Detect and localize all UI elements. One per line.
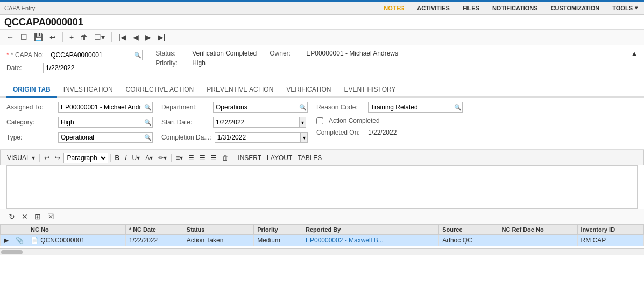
category-search-icon[interactable]: 🔍 <box>144 119 152 126</box>
status-section: Status: Verification Completed Priority:… <box>155 50 257 69</box>
layout-btn[interactable]: LAYOUT <box>265 153 294 163</box>
capa-no-search-icon[interactable]: 🔍 <box>134 52 141 59</box>
horizontal-scrollbar[interactable] <box>0 248 644 255</box>
assigned-to-input[interactable] <box>58 102 153 113</box>
back-button[interactable]: ← <box>4 32 16 43</box>
col-nc-no[interactable]: NC No <box>27 225 126 235</box>
expand-btn[interactable]: ⊞ <box>32 211 43 222</box>
department-search-icon[interactable]: 🔍 <box>299 104 307 111</box>
reason-code-search-icon[interactable]: 🔍 <box>454 104 462 111</box>
list-unordered-btn[interactable]: ☰ <box>186 153 196 163</box>
bold-btn[interactable]: B <box>113 153 122 163</box>
reason-code-wrap: 🔍 <box>368 102 463 113</box>
tab-preventive[interactable]: PREVENTIVE ACTION <box>200 82 280 98</box>
nc-table: NC No * NC Date Status Priority Reported… <box>0 224 644 246</box>
visual-toggle[interactable]: VISUAL ▾ <box>5 153 37 163</box>
col-nc-ref-doc[interactable]: NC Ref Doc No <box>498 225 577 235</box>
redo-editor-btn[interactable]: ↪ <box>53 153 62 163</box>
completion-date-label: Completion Da...: <box>161 134 211 141</box>
first-record-button[interactable]: |◀ <box>116 32 129 43</box>
assigned-to-label: Assigned To: <box>6 103 55 111</box>
nc-no-cell: 📄 QCNC0000001 <box>27 235 126 246</box>
department-input[interactable] <box>213 102 308 113</box>
col-priority[interactable]: Priority <box>254 225 302 235</box>
start-date-picker[interactable]: ▾ <box>299 117 306 128</box>
copy-button[interactable]: ☐▾ <box>92 32 107 43</box>
paragraph-select[interactable]: Paragraph <box>63 153 108 163</box>
editor-content[interactable] <box>6 165 638 209</box>
row-arrow-cell[interactable]: ▶ <box>1 235 12 246</box>
undo-button[interactable]: ↩ <box>47 32 58 43</box>
scroll-up-indicator[interactable]: ▲ <box>631 50 638 57</box>
save-button[interactable]: 💾 <box>32 32 45 43</box>
tab-verification[interactable]: VERIFICATION <box>280 82 337 98</box>
insert-btn[interactable]: INSERT <box>236 153 264 163</box>
col-status[interactable]: Status <box>183 225 253 235</box>
type-input[interactable] <box>58 132 153 143</box>
capa-no-input[interactable] <box>48 50 143 60</box>
left-fields: Assigned To: 🔍 Category: 🔍 Type: <box>6 102 153 145</box>
delete-button[interactable]: 🗑 <box>78 32 90 43</box>
table-header-row: NC No * NC Date Status Priority Reported… <box>1 225 644 235</box>
prev-record-button[interactable]: ◀ <box>131 32 141 43</box>
notes-nav[interactable]: NOTES <box>381 4 406 12</box>
add-button[interactable]: + <box>67 32 76 43</box>
tables-btn[interactable]: TABLES <box>295 153 324 163</box>
customization-nav[interactable]: CUSTOMIZATION <box>549 4 602 12</box>
undo-editor-btn[interactable]: ↩ <box>42 153 52 163</box>
last-record-button[interactable]: ▶| <box>155 32 168 43</box>
col-attach <box>12 225 27 235</box>
date-input[interactable] <box>43 63 129 73</box>
tab-corrective[interactable]: CORRECTIVE ACTION <box>119 82 201 98</box>
list-ordered-btn[interactable]: ☰ <box>197 153 208 163</box>
capa-no-field-wrap: 🔍 <box>48 50 143 60</box>
category-input[interactable] <box>58 117 153 128</box>
align-justify-btn[interactable]: ≡▾ <box>174 153 185 163</box>
files-nav[interactable]: FILES <box>461 4 482 12</box>
tools-nav[interactable]: TOOLS ▾ <box>610 4 640 12</box>
start-date-input[interactable] <box>213 117 299 128</box>
activities-nav[interactable]: ACTIVITIES <box>415 4 452 12</box>
row-expand-icon[interactable]: ▶ <box>4 237 9 244</box>
reason-code-group: Reason Code: 🔍 <box>316 102 467 113</box>
scrollbar-thumb[interactable] <box>1 250 23 254</box>
department-label: Department: <box>161 103 210 111</box>
attachment-icon: 📎 <box>16 237 24 244</box>
status-value: Verification Completed <box>192 50 257 57</box>
underline-btn[interactable]: U▾ <box>130 153 143 163</box>
indent-btn[interactable]: ☰ <box>209 153 219 163</box>
reported-by-link[interactable]: EP00000002 - Maxwell B... <box>306 237 384 244</box>
action-completed-label: Action Completed <box>329 117 380 124</box>
row-attach-cell: 📎 <box>12 235 27 246</box>
page-title: QCCAPA0000001 <box>4 17 83 27</box>
remove-btn[interactable]: ✕ <box>19 211 30 222</box>
col-inventory-id[interactable]: Inventory ID <box>577 225 643 235</box>
notifications-nav[interactable]: NOTIFICATIONS <box>490 4 540 12</box>
type-search-icon[interactable]: 🔍 <box>144 134 152 141</box>
completion-date-wrap: ▾ <box>215 132 308 143</box>
next-record-button[interactable]: ▶ <box>143 32 153 43</box>
refresh-btn[interactable]: ↻ <box>6 211 17 222</box>
export-btn[interactable]: ☒ <box>45 211 56 222</box>
action-completed-checkbox[interactable] <box>316 117 323 124</box>
save-draft-button[interactable]: ☐ <box>18 32 30 43</box>
editor-toolbar: VISUAL ▾ ↩ ↪ Paragraph B I U▾ A▾ ✏▾ ≡▾ ☰… <box>0 150 644 165</box>
tab-origin[interactable]: ORIGIN TAB <box>6 82 57 98</box>
assigned-to-search-icon[interactable]: 🔍 <box>144 104 152 111</box>
italic-btn[interactable]: I <box>123 153 129 163</box>
completion-date-picker[interactable]: ▾ <box>301 132 308 143</box>
department-group: Department: 🔍 <box>161 102 308 113</box>
type-wrap: 🔍 <box>58 132 153 143</box>
tab-event-history[interactable]: EVENT HISTORY <box>337 82 402 98</box>
highlight-btn[interactable]: ✏▾ <box>156 153 169 163</box>
font-color-btn[interactable]: A▾ <box>143 153 155 163</box>
col-nc-date[interactable]: * NC Date <box>125 225 183 235</box>
col-source[interactable]: Source <box>439 225 498 235</box>
completion-date-input[interactable] <box>215 132 301 143</box>
reported-by-cell: EP00000002 - Maxwell B... <box>302 235 438 246</box>
reason-code-input[interactable] <box>368 102 463 113</box>
col-reported-by[interactable]: Reported By <box>302 225 438 235</box>
tab-investigation[interactable]: INVESTIGATION <box>57 82 119 98</box>
form-area: * CAPA No: 🔍 Date: Status: Verification … <box>0 45 644 80</box>
clear-format-btn[interactable]: 🗑 <box>220 153 231 163</box>
